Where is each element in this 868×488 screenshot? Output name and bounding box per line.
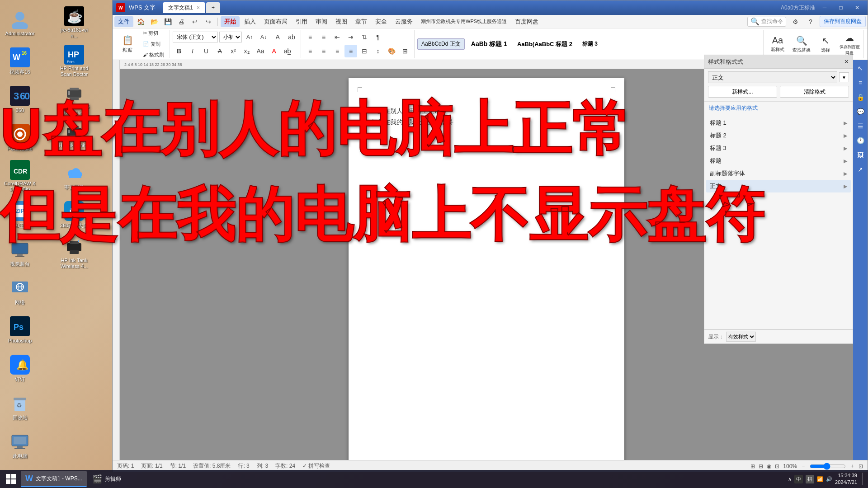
font-size-select[interactable]: 小初 — [219, 32, 242, 42]
font-grow-btn[interactable]: A↑ — [243, 31, 256, 43]
save-to-baidu-btn[interactable]: 保存到百度网盘 — [820, 16, 866, 27]
minimize-button[interactable]: ─ — [818, 3, 831, 12]
status-zoom-icon2[interactable]: ⊟ — [759, 463, 763, 469]
bold-btn[interactable]: B — [173, 45, 185, 57]
desktop-icon-hp-wireless[interactable]: HP Ink Tank Wireless 4... — [57, 235, 92, 271]
status-zoom-plus[interactable]: ＋ — [849, 462, 855, 470]
style-subtitle[interactable]: 副标题落字体 ▶ — [706, 167, 851, 180]
align-justify-btn[interactable]: ≡ — [344, 45, 357, 57]
desktop-icon-recycle[interactable]: ♻ 回收站 — [2, 389, 38, 425]
desktop-icon-360zip[interactable]: ZIP 360压缩 — [2, 197, 38, 233]
cut-btn[interactable]: ✂ 剪切 — [140, 28, 167, 38]
taskbar-ime-icon[interactable]: 拼 — [806, 475, 814, 483]
ribbon-tab-chapter[interactable]: 章节 — [352, 16, 371, 27]
desktop-icon-cloud[interactable]: 零宽网盘 — [57, 158, 92, 194]
font-family-select[interactable]: 宋体 (正文) — [173, 32, 218, 42]
desktop-icon-photoshop[interactable]: Ps Photoshop — [2, 312, 38, 348]
tab-close-btn[interactable]: × — [197, 5, 200, 11]
sidebar-history-btn[interactable]: 🕐 — [854, 134, 867, 147]
menu-file[interactable]: 文件 — [114, 16, 133, 27]
sidebar-nav-btn[interactable]: ☰ — [854, 120, 867, 132]
line-spacing-btn[interactable]: ↕ — [372, 45, 384, 57]
ribbon-tab-ref[interactable]: 引用 — [292, 16, 311, 27]
border-btn[interactable]: ⊞ — [399, 45, 411, 57]
taskbar-network-icon[interactable]: 📶 — [817, 476, 823, 482]
new-style-large-btn[interactable]: Aa 新样式 — [766, 31, 789, 57]
toolbar-redo[interactable]: ↪ — [202, 15, 215, 28]
shading-btn[interactable]: 🎨 — [385, 45, 398, 57]
sort-btn[interactable]: ⇅ — [358, 31, 371, 43]
align-left-btn[interactable]: ≡ — [304, 45, 316, 57]
sidebar-paragraph-btn[interactable]: ≡ — [854, 76, 867, 89]
show-hide-btn[interactable]: ¶ — [372, 31, 384, 43]
start-button[interactable] — [2, 471, 20, 487]
status-zoom-icon4[interactable]: ⊡ — [775, 463, 779, 469]
align-center-btn[interactable]: ≡ — [317, 45, 330, 57]
desktop-icon-dingding[interactable]: 🔔 钉钉 — [2, 350, 38, 386]
ribbon-tab-security[interactable]: 安全 — [372, 16, 391, 27]
style-heading1[interactable]: 标题 1 ▶ — [706, 117, 851, 129]
desktop-icon-hp-inktank110[interactable]: HP Ink Tank 110 series — [57, 120, 92, 156]
ribbon-tab-start[interactable]: 开始 — [221, 16, 240, 27]
desktop-icon-wps16[interactable]: W 16 视频客16 — [2, 43, 38, 79]
ribbon-tab-insert[interactable]: 插入 — [241, 16, 259, 27]
align-right-btn[interactable]: ≡ — [331, 45, 344, 57]
help-icon[interactable]: ? — [804, 15, 817, 28]
style-h1-btn[interactable]: AaBb 标题 1 — [467, 39, 511, 50]
toolbar-home[interactable]: 🏠 — [134, 15, 147, 28]
style-normal-btn[interactable]: AaBbCcDd 正文 — [417, 38, 465, 50]
new-style-btn[interactable]: 新样式... — [708, 86, 777, 98]
format-painter-btn[interactable]: 🖌 格式刷 — [140, 50, 167, 60]
subscript-btn[interactable]: x₂ — [241, 45, 253, 57]
desktop-icon-java[interactable]: ☕ jre-8u181-win... — [57, 5, 92, 41]
taskbar-show-desktop-btn[interactable] — [861, 473, 863, 485]
toolbar-print[interactable]: 🖨 — [175, 15, 188, 28]
strikethrough-btn[interactable]: A — [213, 45, 226, 57]
sidebar-properties-btn[interactable]: ↖ — [854, 62, 867, 75]
paste-btn[interactable]: 📋 粘贴 — [116, 31, 139, 57]
toolbar-open[interactable]: 📂 — [148, 15, 160, 28]
new-tab-btn[interactable]: + — [206, 2, 220, 13]
panel-close-btn[interactable]: ✕ — [844, 60, 849, 65]
ribbon-tab-layout[interactable]: 页面布局 — [260, 16, 291, 27]
font-color-btn[interactable]: A — [271, 31, 284, 43]
font-shrink-btn[interactable]: A↓ — [257, 31, 270, 43]
desktop-icon-coreldraw[interactable]: CDR CorelDRAW X6 (64-Bit) — [2, 158, 38, 194]
bullet-list-btn[interactable]: ≡ — [304, 31, 316, 43]
increase-indent-btn[interactable]: ⇥ — [344, 31, 357, 43]
status-fit-btn[interactable]: ⊡ — [859, 463, 863, 469]
toolbar-undo[interactable]: ↩ — [189, 15, 201, 28]
maximize-button[interactable]: □ — [834, 3, 848, 12]
ribbon-tab-review[interactable]: 审阅 — [312, 16, 331, 27]
taskbar-show-hidden-btn[interactable]: ∧ — [788, 476, 792, 482]
time-display[interactable]: 15:34:39 2024/7/21 — [835, 472, 857, 486]
ribbon-tab-baidu[interactable]: 百度网盘 — [511, 16, 542, 27]
status-zoom-icon1[interactable]: ⊞ — [750, 463, 755, 469]
superscript-btn[interactable]: x² — [227, 45, 240, 57]
sidebar-share-btn[interactable]: ↗ — [854, 163, 867, 176]
ribbon-tab-cloud[interactable]: 云服务 — [392, 16, 416, 27]
desktop-icon-hp-printdoctor[interactable]: HP Print HP Print and Scan Doctor — [57, 43, 92, 79]
document-tab-active[interactable]: 文字文稿1 × — [163, 2, 205, 13]
ribbon-tab-view[interactable]: 视图 — [332, 16, 351, 27]
settings-icon[interactable]: ⚙ — [789, 15, 802, 28]
taskbar-lang-icon[interactable]: 中 — [794, 475, 803, 483]
style-heading3[interactable]: 标题 3 ▶ — [706, 142, 851, 155]
copy-btn[interactable]: 📄 复制 — [140, 39, 167, 49]
sidebar-image-btn[interactable]: 🖼 — [854, 149, 867, 161]
current-style-select[interactable]: 正文 — [708, 71, 837, 83]
decrease-indent-btn[interactable]: ⇤ — [331, 31, 344, 43]
text-highlight-btn[interactable]: ab — [285, 31, 298, 43]
toolbar-save[interactable]: 💾 — [161, 15, 174, 28]
number-list-btn[interactable]: ≡ — [317, 31, 330, 43]
taskbar-wps-item[interactable]: W 文字文稿1 - WPS... — [21, 471, 87, 487]
desktop-icon-pcam[interactable]: PCamSuite — [2, 120, 38, 156]
italic-btn[interactable]: I — [186, 45, 199, 57]
style-h2-btn[interactable]: AaBb(AaBbC 标题 2 — [514, 39, 576, 50]
highlight-btn[interactable]: ab̲ — [281, 45, 294, 57]
desktop-icon-360[interactable]: 3 6 0 360 — [2, 81, 38, 117]
status-zoom-icon3[interactable]: ◉ — [767, 463, 771, 469]
column-btn[interactable]: ⊟ — [358, 45, 371, 57]
taskbar-editor-item[interactable]: 🎬 剪辑师 — [88, 471, 126, 487]
expand-styles-btn[interactable]: ▼ — [839, 72, 849, 82]
